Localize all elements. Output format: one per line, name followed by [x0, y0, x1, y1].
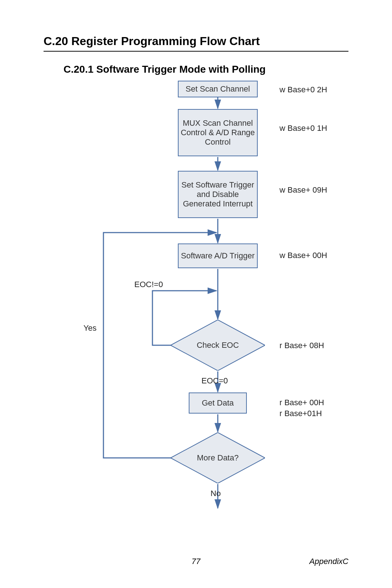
process-mux-scan: MUX Scan Channel Control & A/D Range Con…	[178, 109, 258, 156]
subsection-heading: C.20.1 Software Trigger Mode with Pollin…	[64, 64, 266, 75]
page: C.20 Register Programming Flow Chart C.2…	[0, 0, 392, 588]
process-get-data: Get Data	[189, 392, 247, 414]
label-yes: Yes	[83, 323, 97, 333]
label-eoc-eq: EOC=0	[201, 376, 228, 386]
annot-b5b: r Base+01H	[279, 409, 322, 418]
appendix-label: AppendixC	[309, 557, 348, 566]
annot-b4: w Base+ 00H	[279, 251, 327, 260]
annot-b5a: r Base+ 00H	[279, 398, 324, 407]
label-eoc-ne: EOC!=0	[134, 280, 163, 289]
section-heading: C.20 Register Programming Flow Chart	[44, 35, 260, 48]
annot-b3: w Base+ 09H	[279, 185, 327, 195]
process-set-sw-trigger: Set Software Trigger and Disable Generat…	[178, 171, 258, 218]
process-set-scan-channel: Set Scan Channel	[178, 81, 258, 97]
annot-d1: r Base+ 08H	[279, 341, 324, 350]
heading-rule	[44, 51, 348, 52]
process-sw-ad-trigger: Software A/D Trigger	[178, 243, 258, 268]
decision-check-eoc: Check EOC	[171, 320, 265, 371]
decision-more-data-label: More Data?	[171, 432, 265, 483]
annot-b1: w Base+0 2H	[279, 85, 327, 94]
decision-more-data: More Data?	[171, 432, 265, 483]
label-no: No	[211, 489, 221, 498]
decision-check-eoc-label: Check EOC	[171, 320, 265, 371]
annot-b2: w Base+0 1H	[279, 124, 327, 133]
